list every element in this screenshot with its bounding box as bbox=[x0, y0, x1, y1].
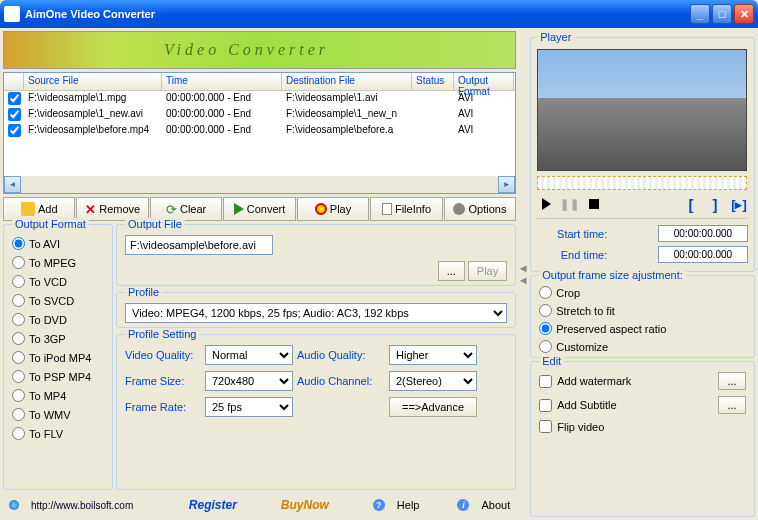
video-quality-label: Video Quality: bbox=[125, 349, 201, 361]
help-icon: ? bbox=[373, 499, 385, 511]
table-row[interactable]: F:\videosample\1_new.avi00:00:00.000 - E… bbox=[4, 107, 515, 123]
help-link[interactable]: Help bbox=[397, 499, 420, 511]
audio-channel-select[interactable]: 2(Stereo) bbox=[389, 371, 477, 391]
format-radio[interactable]: To WMV bbox=[12, 408, 118, 421]
browse-button[interactable]: ... bbox=[438, 261, 465, 281]
player-stop-button[interactable] bbox=[585, 196, 603, 212]
table-row[interactable]: F:\videosample\1.mpg00:00:00.000 - End F… bbox=[4, 91, 515, 107]
col-format[interactable]: Output Format bbox=[454, 73, 514, 90]
col-source[interactable]: Source File bbox=[24, 73, 162, 90]
col-time[interactable]: Time bbox=[162, 73, 282, 90]
video-quality-select[interactable]: Normal bbox=[205, 345, 293, 365]
format-radio[interactable]: To PSP MP4 bbox=[12, 370, 118, 383]
play-icon bbox=[234, 203, 244, 215]
options-button[interactable]: Options bbox=[444, 197, 516, 221]
seek-slider[interactable] bbox=[537, 176, 747, 190]
x-icon: ✕ bbox=[85, 202, 96, 217]
window-title: AimOne Video Converter bbox=[25, 8, 155, 20]
folder-icon bbox=[21, 202, 35, 216]
play-button[interactable]: Play bbox=[297, 197, 369, 221]
gear-icon bbox=[453, 203, 465, 215]
play-output-button[interactable]: Play bbox=[468, 261, 507, 281]
frame-adjust-radio[interactable]: Preserved aspect ratio bbox=[539, 322, 746, 335]
play-icon bbox=[542, 198, 551, 210]
player-play-button[interactable] bbox=[537, 196, 555, 212]
scroll-left-icon[interactable]: ◄ bbox=[4, 176, 21, 193]
frame-rate-label: Frame Rate: bbox=[125, 401, 201, 413]
file-icon bbox=[382, 203, 392, 215]
end-time-value[interactable]: 00:00:00.000 bbox=[658, 246, 748, 263]
player-pause-button[interactable]: ❚❚ bbox=[561, 196, 579, 212]
format-radio[interactable]: To SVCD bbox=[12, 294, 118, 307]
col-destination[interactable]: Destination File bbox=[282, 73, 412, 90]
maximize-button[interactable]: □ bbox=[712, 4, 732, 24]
frame-adjust-radio[interactable]: Crop bbox=[539, 286, 746, 299]
player-panel: Player ❚❚ [ ] [▸] Start time: 00:00:00.0… bbox=[530, 31, 755, 272]
frame-size-select[interactable]: 720x480 bbox=[205, 371, 293, 391]
pause-icon: ❚❚ bbox=[560, 198, 580, 211]
edit-panel: Edit Add watermark... Add Subtitle... Fl… bbox=[530, 361, 755, 517]
scroll-right-icon[interactable]: ► bbox=[498, 176, 515, 193]
mark-in-button[interactable]: [ bbox=[682, 196, 700, 212]
profile-panel: Profile Video: MPEG4, 1200 kbps, 25 fps;… bbox=[116, 292, 516, 328]
format-radio[interactable]: To AVI bbox=[12, 237, 118, 250]
stop-icon bbox=[589, 199, 599, 209]
format-radio[interactable]: To VCD bbox=[12, 275, 118, 288]
end-time-label: End time: bbox=[537, 249, 607, 261]
output-format-panel: Output Format To AVITo MPEGTo VCDTo SVCD… bbox=[3, 224, 113, 490]
video-preview[interactable] bbox=[537, 49, 747, 171]
format-radio[interactable]: To FLV bbox=[12, 427, 118, 440]
start-time-value[interactable]: 00:00:00.000 bbox=[658, 225, 748, 242]
format-radio[interactable]: To DVD bbox=[12, 313, 118, 326]
start-time-label: Start time: bbox=[537, 228, 607, 240]
banner: Video Converter bbox=[3, 31, 516, 69]
h-scrollbar[interactable]: ◄ ► bbox=[4, 176, 515, 193]
convert-button[interactable]: Convert bbox=[223, 197, 295, 221]
register-link[interactable]: Register bbox=[189, 498, 237, 512]
app-icon bbox=[4, 6, 20, 22]
col-status[interactable]: Status bbox=[412, 73, 454, 90]
buynow-link[interactable]: BuyNow bbox=[281, 498, 329, 512]
fileinfo-button[interactable]: FileInfo bbox=[370, 197, 442, 221]
format-radio[interactable]: To iPod MP4 bbox=[12, 351, 118, 364]
table-header: Source File Time Destination File Status… bbox=[4, 73, 515, 91]
subtitle-checkbox[interactable] bbox=[539, 399, 552, 412]
footer: http://www.boilsoft.com Register BuyNow … bbox=[3, 493, 516, 517]
info-icon: i bbox=[457, 499, 469, 511]
target-icon bbox=[315, 203, 327, 215]
format-radio[interactable]: To MP4 bbox=[12, 389, 118, 402]
titlebar[interactable]: AimOne Video Converter _ □ ✕ bbox=[0, 0, 758, 28]
splitter[interactable]: ◄◄ bbox=[519, 31, 527, 517]
profile-select[interactable]: Video: MPEG4, 1200 kbps, 25 fps; Audio: … bbox=[125, 303, 507, 323]
format-radio[interactable]: To 3GP bbox=[12, 332, 118, 345]
subtitle-config-button[interactable]: ... bbox=[718, 396, 746, 414]
frame-adjust-panel: Output frame size ajustment: CropStretch… bbox=[530, 275, 755, 358]
mark-out-button[interactable]: ] bbox=[706, 196, 724, 212]
advance-button[interactable]: ==>Advance bbox=[389, 397, 477, 417]
frame-size-label: Frame Size: bbox=[125, 375, 201, 387]
file-table: Source File Time Destination File Status… bbox=[3, 72, 516, 194]
table-row[interactable]: F:\videosample\before.mp400:00:00.000 - … bbox=[4, 123, 515, 139]
format-radio[interactable]: To MPEG bbox=[12, 256, 118, 269]
frame-adjust-radio[interactable]: Stretch to fit bbox=[539, 304, 746, 317]
audio-quality-select[interactable]: Higher bbox=[389, 345, 477, 365]
minimize-button[interactable]: _ bbox=[690, 4, 710, 24]
goto-end-button[interactable]: [▸] bbox=[730, 196, 748, 212]
globe-icon bbox=[9, 500, 19, 510]
profile-setting-panel: Profile Setting Video Quality: Normal Au… bbox=[116, 334, 516, 490]
output-file-panel: Output File ... Play bbox=[116, 224, 516, 286]
close-button[interactable]: ✕ bbox=[734, 4, 754, 24]
about-link[interactable]: About bbox=[481, 499, 510, 511]
flip-checkbox[interactable] bbox=[539, 420, 552, 433]
frame-rate-select[interactable]: 25 fps bbox=[205, 397, 293, 417]
audio-channel-label: Audio Channel: bbox=[297, 375, 385, 387]
output-file-input[interactable] bbox=[125, 235, 273, 255]
audio-quality-label: Audio Quality: bbox=[297, 349, 385, 361]
website-link[interactable]: http://www.boilsoft.com bbox=[31, 500, 133, 511]
watermark-config-button[interactable]: ... bbox=[718, 372, 746, 390]
watermark-checkbox[interactable] bbox=[539, 375, 552, 388]
refresh-icon: ⟳ bbox=[166, 202, 177, 217]
frame-adjust-radio[interactable]: Customize bbox=[539, 340, 746, 353]
